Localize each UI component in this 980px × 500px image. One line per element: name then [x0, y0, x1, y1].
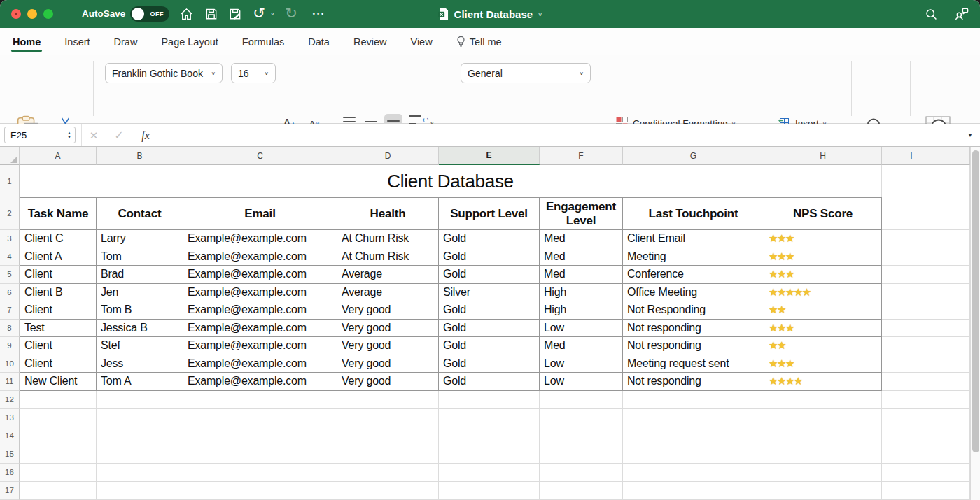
- cell-G13[interactable]: [623, 409, 764, 427]
- column-header-partial[interactable]: [941, 147, 970, 165]
- column-header-E[interactable]: E: [439, 147, 540, 165]
- cell-E17[interactable]: [439, 482, 540, 500]
- cell-partial-5[interactable]: [941, 266, 970, 284]
- cell-A12[interactable]: [20, 391, 97, 409]
- cell-B14[interactable]: [97, 427, 183, 445]
- autosave-toggle[interactable]: OFF: [130, 6, 169, 22]
- cell-B8[interactable]: Jessica B: [97, 320, 183, 338]
- cancel-entry-icon[interactable]: ✕: [85, 124, 102, 147]
- column-header-I[interactable]: I: [882, 147, 941, 165]
- cell-B9[interactable]: Stef: [97, 337, 183, 355]
- row-header-13[interactable]: 13: [0, 409, 20, 427]
- cell-D13[interactable]: [337, 409, 439, 427]
- cell-D12[interactable]: [337, 391, 439, 409]
- select-all-corner[interactable]: [0, 147, 20, 165]
- cell-C9[interactable]: Example@example.com: [183, 337, 337, 355]
- cell-D5[interactable]: Average: [337, 266, 439, 284]
- row-header-6[interactable]: 6: [0, 284, 20, 302]
- cell-F14[interactable]: [540, 427, 623, 445]
- cell-I7[interactable]: [882, 301, 941, 320]
- cell-G8[interactable]: Not responding: [623, 320, 764, 338]
- row-header-10[interactable]: 10: [0, 355, 20, 373]
- cell-G14[interactable]: [623, 427, 764, 445]
- row-header-14[interactable]: 14: [0, 427, 20, 445]
- cell-F4[interactable]: Med: [540, 248, 623, 266]
- row-header-9[interactable]: 9: [0, 337, 20, 355]
- cell-C11[interactable]: Example@example.com: [183, 373, 337, 391]
- cell-H3[interactable]: ★★★: [764, 230, 882, 248]
- close-window-button[interactable]: [11, 9, 21, 19]
- cell-I9[interactable]: [882, 337, 941, 355]
- cell-H12[interactable]: [764, 391, 882, 409]
- cell-A13[interactable]: [20, 409, 97, 427]
- cell-D6[interactable]: Average: [337, 284, 439, 302]
- row-header-15[interactable]: 15: [0, 445, 20, 464]
- cell-C12[interactable]: [183, 391, 337, 409]
- row-header-11[interactable]: 11: [0, 373, 20, 391]
- cell-C6[interactable]: Example@example.com: [183, 284, 337, 302]
- cell-B7[interactable]: Tom B: [97, 301, 183, 320]
- cell-partial-4[interactable]: [941, 248, 970, 266]
- cell-G12[interactable]: [623, 391, 764, 409]
- cell-G4[interactable]: Meeting: [623, 248, 764, 266]
- name-box[interactable]: E25 ▲ ▼: [4, 127, 76, 143]
- cell-C5[interactable]: Example@example.com: [183, 266, 337, 284]
- cell-H9[interactable]: ★★: [764, 337, 882, 355]
- cell-partial13[interactable]: [941, 409, 970, 427]
- cell-B11[interactable]: Tom A: [97, 373, 183, 391]
- zoom-window-button[interactable]: [43, 9, 53, 19]
- cell-C8[interactable]: Example@example.com: [183, 320, 337, 338]
- scrollbar-thumb[interactable]: [972, 150, 979, 452]
- tab-formulas[interactable]: Formulas: [241, 30, 286, 54]
- cell-D8[interactable]: Very good: [337, 320, 439, 338]
- cell-partial-7[interactable]: [941, 301, 970, 320]
- row-header-2[interactable]: 2: [0, 197, 20, 230]
- cell-partial16[interactable]: [941, 464, 970, 482]
- cell-D11[interactable]: Very good: [337, 373, 439, 391]
- cell-B16[interactable]: [97, 464, 183, 482]
- cell-partial17[interactable]: [941, 482, 970, 500]
- search-icon[interactable]: [923, 6, 939, 22]
- cell-H13[interactable]: [764, 409, 882, 427]
- cell-G3[interactable]: Client Email: [623, 230, 764, 248]
- column-header-G[interactable]: G: [623, 147, 764, 165]
- column-header-C[interactable]: C: [183, 147, 337, 165]
- confirm-entry-icon[interactable]: ✓: [111, 124, 127, 147]
- column-header-H[interactable]: H: [764, 147, 882, 165]
- cell-F8[interactable]: Low: [540, 320, 623, 338]
- cell-H16[interactable]: [764, 464, 882, 482]
- cell-partial-10[interactable]: [941, 355, 970, 373]
- tab-tell-me[interactable]: Tell me: [455, 29, 503, 54]
- cell-H6[interactable]: ★★★★★: [764, 284, 882, 302]
- cell-F13[interactable]: [540, 409, 623, 427]
- cell-I12[interactable]: [882, 391, 941, 409]
- cell-E9[interactable]: Gold: [439, 337, 540, 355]
- row-header-7[interactable]: 7: [0, 301, 20, 320]
- cell-I2[interactable]: [882, 197, 941, 230]
- cell-I4[interactable]: [882, 248, 941, 266]
- cell-I8[interactable]: [882, 320, 941, 338]
- share-people-icon[interactable]: [953, 6, 970, 22]
- cell-F3[interactable]: Med: [540, 230, 623, 248]
- tab-page-layout[interactable]: Page Layout: [160, 30, 219, 54]
- cell-A11[interactable]: New Client: [20, 373, 97, 391]
- cell-B17[interactable]: [97, 482, 183, 500]
- header-cell-support-level[interactable]: Support Level: [439, 197, 540, 230]
- cell-G17[interactable]: [623, 482, 764, 500]
- title-chevron-icon[interactable]: ∨: [538, 11, 542, 17]
- insert-function-icon[interactable]: fx: [137, 124, 154, 147]
- cell-F11[interactable]: Low: [540, 373, 623, 391]
- cell-A10[interactable]: Client: [20, 355, 97, 373]
- cell-partial12[interactable]: [941, 391, 970, 409]
- tab-home[interactable]: Home: [11, 30, 42, 54]
- cell-partial-2[interactable]: [941, 197, 970, 230]
- cell-I6[interactable]: [882, 284, 941, 302]
- cell-A3[interactable]: Client C: [20, 230, 97, 248]
- cell-partial-11[interactable]: [941, 373, 970, 391]
- undo-chevron-icon[interactable]: ∨: [270, 11, 275, 17]
- cell-E13[interactable]: [439, 409, 540, 427]
- cell-E3[interactable]: Gold: [439, 230, 540, 248]
- tab-draw[interactable]: Draw: [113, 30, 139, 54]
- cell-I13[interactable]: [882, 409, 941, 427]
- cell-A15[interactable]: [20, 445, 97, 464]
